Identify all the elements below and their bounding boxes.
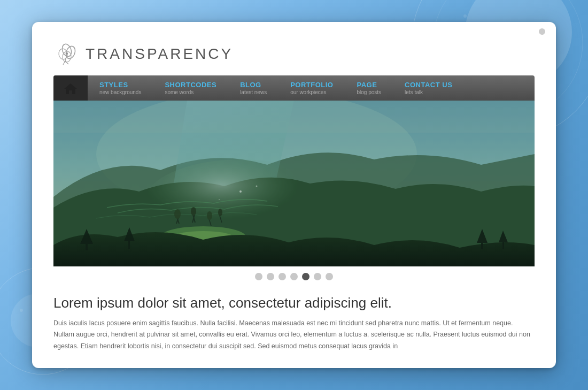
svg-point-7 xyxy=(20,309,23,312)
nav-sublabel-contact: lets talk xyxy=(405,89,423,95)
nav-label-portfolio: PORTFOLIO xyxy=(290,81,333,89)
nav-label-shortcodes: SHORTCODES xyxy=(165,81,216,89)
content-title: Lorem ipsum dolor sit amet, consectetur … xyxy=(53,295,535,311)
hero-slider xyxy=(53,101,535,266)
svg-marker-17 xyxy=(64,83,77,94)
svg-point-39 xyxy=(256,186,258,187)
slider-dot-6[interactable] xyxy=(314,273,321,280)
main-container: TRANSPARENCY STYLES new backgrounds SHOR… xyxy=(32,22,556,368)
slider-dots xyxy=(53,266,535,287)
browser-dot xyxy=(539,28,545,35)
nav-item-contact[interactable]: CONTACT US lets talk xyxy=(393,75,464,101)
slider-dot-4[interactable] xyxy=(290,273,298,280)
content-section: Lorem ipsum dolor sit amet, consectetur … xyxy=(53,287,535,352)
nav-item-styles[interactable]: STYLES new backgrounds xyxy=(88,75,153,101)
hero-image xyxy=(53,101,535,266)
navbar: STYLES new backgrounds SHORTCODES some w… xyxy=(53,75,535,101)
slider-dot-7[interactable] xyxy=(326,273,333,280)
slider-dot-2[interactable] xyxy=(267,273,274,280)
nav-label-page: PAGE xyxy=(357,81,377,89)
nav-label-styles: STYLES xyxy=(99,81,128,89)
nav-sublabel-styles: new backgrounds xyxy=(99,89,141,95)
nav-sublabel-shortcodes: some words xyxy=(165,89,194,95)
logo-icon xyxy=(53,41,80,67)
nav-label-blog: BLOG xyxy=(240,81,261,89)
svg-point-13 xyxy=(66,52,68,55)
nav-sublabel-page: blog posts xyxy=(357,89,382,95)
svg-point-40 xyxy=(219,199,220,200)
nav-item-portfolio[interactable]: PORTFOLIO our workpieces xyxy=(278,75,345,101)
slider-dot-3[interactable] xyxy=(278,273,286,280)
svg-rect-37 xyxy=(53,101,535,266)
nav-item-blog[interactable]: BLOG latest news xyxy=(228,75,278,101)
content-body: Duis iaculis lacus posuere enim sagittis… xyxy=(53,318,535,352)
svg-point-38 xyxy=(239,190,242,193)
header: TRANSPARENCY xyxy=(53,33,535,75)
nav-sublabel-portfolio: our workpieces xyxy=(290,89,326,95)
logo-text: TRANSPARENCY xyxy=(86,45,233,63)
nav-item-page[interactable]: PAGE blog posts xyxy=(345,75,393,101)
nav-sublabel-blog: latest news xyxy=(240,89,267,95)
nav-item-shortcodes[interactable]: SHORTCODES some words xyxy=(153,75,228,101)
slider-dot-1[interactable] xyxy=(255,273,262,280)
nav-label-contact: CONTACT US xyxy=(405,81,452,89)
slider-dot-5[interactable] xyxy=(302,273,310,280)
svg-point-3 xyxy=(463,14,467,18)
nav-home-button[interactable] xyxy=(53,75,88,101)
